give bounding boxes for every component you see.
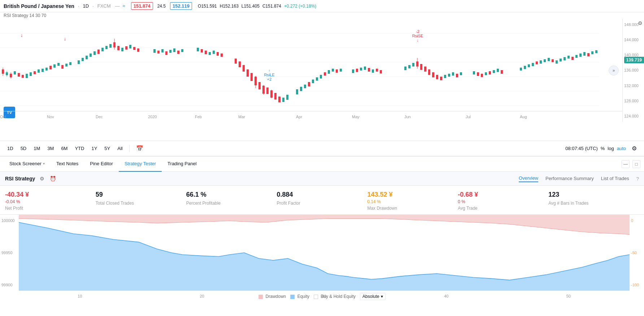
timeframe-1m[interactable]: 1M (31, 144, 43, 153)
timeframe-1d[interactable]: 1D (4, 144, 16, 153)
timeframe-ytd[interactable]: YTD (72, 144, 87, 153)
svg-rect-27 (65, 64, 68, 67)
stat-closed-trades: 59 Total Closed Trades (96, 191, 186, 206)
svg-rect-118 (489, 71, 491, 74)
timeframe-all[interactable]: All (114, 144, 125, 153)
timeframe-3m[interactable]: 3M (44, 144, 57, 153)
svg-rect-35 (101, 48, 104, 51)
svg-rect-28 (69, 62, 71, 65)
svg-rect-105 (428, 69, 430, 75)
chevron-down-icon: ▾ (43, 162, 45, 166)
svg-rect-60 (221, 54, 223, 57)
stats-row: -40.34 ¥ -0.04 % Net Profit 59 Total Clo… (0, 186, 644, 215)
chart-timeframe: 1D (83, 3, 89, 9)
svg-rect-26 (61, 65, 64, 69)
svg-rect-37 (109, 44, 112, 48)
svg-rect-110 (448, 74, 450, 77)
drawdown-swatch (258, 295, 263, 299)
tab-stock-screener[interactable]: Stock Screener ▾ (4, 157, 51, 172)
svg-rect-140 (591, 51, 593, 54)
svg-rect-81 (308, 82, 310, 86)
svg-rect-139 (587, 53, 589, 56)
svg-rect-77 (286, 95, 288, 100)
svg-rect-63 (243, 65, 245, 72)
current-time: 08:07:45 (UTC) (565, 146, 598, 151)
ohlc-o: O151.591 (198, 4, 217, 9)
dash-icon: — (115, 3, 120, 9)
svg-rect-82 (312, 80, 314, 83)
svg-rect-97 (380, 70, 382, 73)
stab-trades[interactable]: List of Trades (601, 176, 629, 182)
timeframe-6m[interactable]: 6M (58, 144, 70, 153)
svg-rect-80 (304, 85, 306, 88)
svg-rect-117 (485, 72, 487, 75)
svg-rect-50 (169, 50, 171, 53)
tab-pine-editor[interactable]: Pine Editor (84, 157, 119, 172)
log-option[interactable]: log (608, 146, 614, 151)
price-box-1: 151.874 (131, 2, 153, 10)
svg-rect-14 (14, 71, 16, 74)
svg-rect-95 (372, 69, 374, 73)
svg-rect-59 (217, 52, 219, 56)
svg-rect-45 (137, 48, 139, 52)
svg-rect-128 (544, 59, 546, 62)
svg-marker-143 (19, 222, 630, 291)
toolbar-separator-1 (129, 145, 130, 152)
stab-overview[interactable]: Overview (519, 175, 538, 182)
svg-rect-109 (444, 75, 446, 78)
svg-rect-52 (177, 51, 179, 54)
chart-settings-icon[interactable]: ⚙ (638, 20, 643, 26)
minimize-button[interactable]: — (622, 160, 630, 168)
stat-max-drawdown: 143.52 ¥ 0.14 % Max Drawdown (367, 191, 458, 211)
chart-drawing-area[interactable]: 148.000 144.000 140.000 136.000 132.000 … (0, 19, 644, 122)
timeframe-1y[interactable]: 1Y (88, 144, 100, 153)
max-drawdown-sub: 0.14 % (367, 199, 458, 204)
closed-trades-label: Total Closed Trades (96, 201, 186, 206)
svg-rect-46 (153, 49, 156, 53)
svg-rect-57 (209, 52, 211, 55)
net-profit-label: Net Profit (5, 206, 96, 211)
net-profit-sub: -0.04 % (5, 199, 96, 204)
strategy-settings-icon[interactable]: ⚙ (38, 175, 46, 183)
svg-rect-138 (583, 52, 586, 56)
absolute-dropdown[interactable]: Absolute ▾ (360, 293, 386, 300)
tab-text-notes[interactable]: Text Notes (51, 157, 84, 172)
svg-rect-114 (473, 71, 475, 74)
svg-rect-15 (18, 73, 20, 77)
svg-rect-78 (296, 89, 298, 94)
strategy-alert-icon[interactable]: ⏰ (49, 175, 57, 183)
svg-rect-88 (336, 69, 338, 73)
tab-strategy-tester[interactable]: Strategy Tester (119, 157, 162, 172)
percent-option[interactable]: % (601, 146, 605, 151)
candlestick-svg: ↓ ↓ (0, 19, 621, 122)
svg-rect-56 (205, 51, 207, 54)
help-icon[interactable]: ? (636, 176, 639, 182)
svg-rect-76 (282, 98, 284, 102)
strategy-name: RSI Strategy (5, 176, 35, 182)
chart-header: British Pound / Japanese Yen · 1D · FXCM… (0, 0, 644, 12)
stat-percent-profitable: 66.1 % Percent Profitable (186, 191, 277, 206)
svg-rect-133 (564, 57, 566, 60)
svg-rect-132 (560, 59, 562, 61)
svg-rect-111 (452, 72, 454, 76)
equity-y-left: 100000 99950 99900 (0, 215, 19, 291)
maximize-button[interactable]: □ (632, 160, 640, 168)
auto-option[interactable]: auto (617, 146, 626, 151)
strategy-panel: RSI Strategy ⚙ ⏰ Overview Performance Su… (0, 172, 644, 186)
calendar-button[interactable]: 📅 (133, 144, 146, 153)
equity-y-right: 0 -50 -100 (630, 215, 644, 291)
avg-trade-sub: 0 % (458, 199, 548, 204)
avg-bars-value: 123 (548, 191, 639, 198)
stab-performance[interactable]: Performance Summary (545, 176, 594, 182)
svg-rect-84 (320, 75, 322, 78)
price-box-2: 152.119 (170, 2, 192, 10)
chart-settings-button[interactable]: ⚙ (629, 144, 640, 153)
svg-rect-21 (42, 69, 44, 72)
tab-trading-panel[interactable]: Trading Panel (162, 157, 202, 172)
net-profit-value: -40.34 ¥ (5, 191, 96, 198)
svg-rect-108 (440, 77, 442, 80)
timeframe-5y[interactable]: 5Y (101, 144, 113, 153)
timeframe-5d[interactable]: 5D (18, 144, 30, 153)
svg-rect-125 (532, 63, 534, 66)
svg-rect-33 (93, 51, 96, 55)
